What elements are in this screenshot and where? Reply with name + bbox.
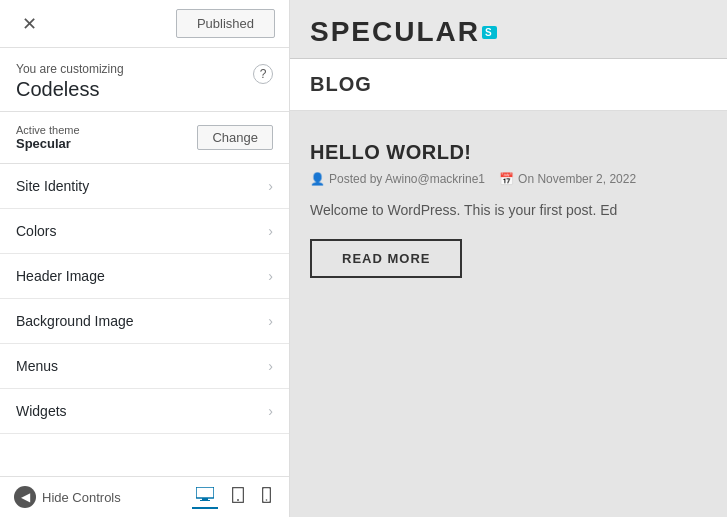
nav-item-label: Background Image: [16, 313, 134, 329]
nav-item[interactable]: Header Image›: [0, 254, 289, 299]
svg-point-4: [237, 499, 239, 501]
nav-item-label: Widgets: [16, 403, 67, 419]
chevron-right-icon: ›: [268, 178, 273, 194]
nav-item-label: Site Identity: [16, 178, 89, 194]
preview-nav-bar: BLOG: [290, 59, 727, 111]
hide-controls-button[interactable]: ◀ Hide Controls: [14, 486, 121, 508]
view-controls: [192, 485, 275, 509]
blog-title: BLOG: [310, 73, 707, 96]
arrow-left-icon: ◀: [14, 486, 36, 508]
chevron-right-icon: ›: [268, 403, 273, 419]
post-author: Posted by Awino@mackrine1: [329, 172, 485, 186]
read-more-button[interactable]: READ MORE: [310, 239, 462, 278]
theme-name: Specular: [16, 136, 80, 151]
logo-badge: S: [482, 26, 497, 39]
logo-text: SPECULAR: [310, 16, 480, 48]
nav-item[interactable]: Widgets›: [0, 389, 289, 434]
customizing-section: You are customizing Codeless ?: [0, 48, 289, 112]
chevron-right-icon: ›: [268, 268, 273, 284]
preview-content: HELLO WORLD! 👤 Posted by Awino@mackrine1…: [290, 111, 727, 517]
hide-controls-label: Hide Controls: [42, 490, 121, 505]
svg-point-6: [266, 499, 268, 501]
author-icon: 👤: [310, 172, 325, 186]
top-bar: ✕ Published: [0, 0, 289, 48]
help-icon[interactable]: ?: [253, 64, 273, 84]
chevron-right-icon: ›: [268, 223, 273, 239]
nav-list: Site Identity›Colors›Header Image›Backgr…: [0, 164, 289, 476]
chevron-right-icon: ›: [268, 313, 273, 329]
post-excerpt: Welcome to WordPress. This is your first…: [310, 200, 707, 221]
post-title: HELLO WORLD!: [310, 141, 707, 164]
post-date-meta: 📅 On November 2, 2022: [499, 172, 636, 186]
mobile-view-button[interactable]: [258, 485, 275, 509]
desktop-icon: [196, 487, 214, 501]
nav-item[interactable]: Site Identity›: [0, 164, 289, 209]
mobile-icon: [262, 487, 271, 503]
published-button[interactable]: Published: [176, 9, 275, 38]
post-author-meta: 👤 Posted by Awino@mackrine1: [310, 172, 485, 186]
theme-label: Active theme: [16, 124, 80, 136]
nav-item[interactable]: Background Image›: [0, 299, 289, 344]
tablet-icon: [232, 487, 244, 503]
nav-item-label: Menus: [16, 358, 58, 374]
right-panel: SPECULARS BLOG HELLO WORLD! 👤 Posted by …: [290, 0, 727, 517]
customizing-label: You are customizing: [16, 62, 124, 76]
desktop-view-button[interactable]: [192, 485, 218, 509]
svg-rect-1: [202, 498, 208, 500]
chevron-right-icon: ›: [268, 358, 273, 374]
post-date: On November 2, 2022: [518, 172, 636, 186]
change-theme-button[interactable]: Change: [197, 125, 273, 150]
bottom-bar: ◀ Hide Controls: [0, 476, 289, 517]
svg-rect-2: [200, 500, 210, 501]
nav-item-label: Header Image: [16, 268, 105, 284]
nav-item-label: Colors: [16, 223, 56, 239]
theme-section: Active theme Specular Change: [0, 112, 289, 164]
preview-header: SPECULARS: [290, 0, 727, 59]
site-name: Codeless: [16, 78, 124, 101]
nav-item[interactable]: Colors›: [0, 209, 289, 254]
nav-item[interactable]: Menus›: [0, 344, 289, 389]
close-button[interactable]: ✕: [14, 9, 45, 39]
left-panel: ✕ Published You are customizing Codeless…: [0, 0, 290, 517]
site-logo: SPECULARS: [310, 16, 497, 48]
svg-rect-0: [196, 487, 214, 498]
tablet-view-button[interactable]: [228, 485, 248, 509]
date-icon: 📅: [499, 172, 514, 186]
post-meta: 👤 Posted by Awino@mackrine1 📅 On Novembe…: [310, 172, 707, 186]
